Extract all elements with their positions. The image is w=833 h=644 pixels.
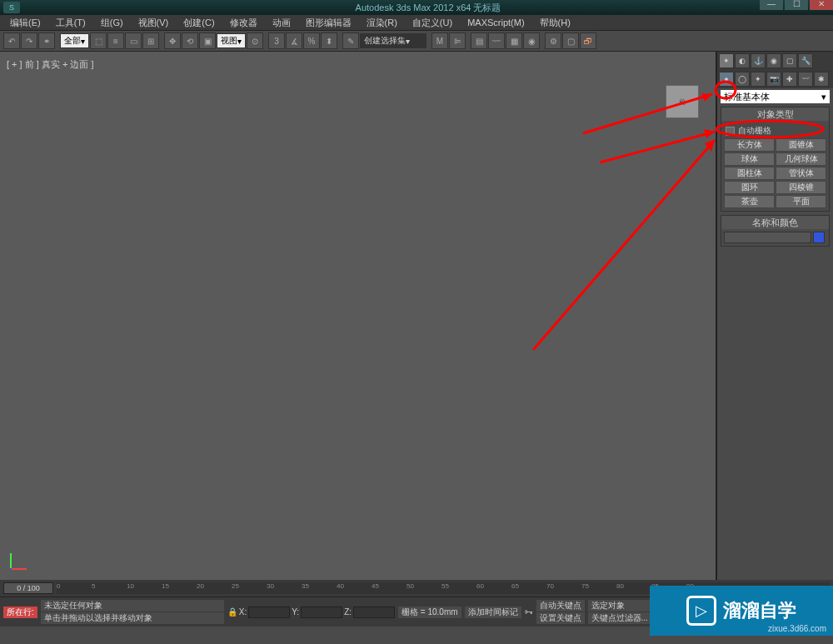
create-tab[interactable]: ✦	[719, 53, 734, 68]
layer-button[interactable]: ▤	[471, 32, 487, 49]
menu-view[interactable]: 视图(V)	[132, 16, 176, 30]
material-editor-button[interactable]: ◉	[523, 32, 540, 49]
x-coord-input[interactable]	[248, 607, 290, 618]
z-label: Z:	[344, 607, 352, 617]
menu-create[interactable]: 创建(C)	[177, 16, 221, 30]
minimize-button[interactable]: —	[760, 0, 783, 10]
scale-button[interactable]: ▣	[199, 32, 216, 49]
selection-filter-dropdown[interactable]: 全部 ▾	[60, 33, 89, 48]
menu-help[interactable]: 帮助(H)	[533, 16, 577, 30]
render-frame-button[interactable]: ▢	[562, 32, 579, 49]
time-tag-button[interactable]: 添加时间标记	[465, 607, 521, 618]
schematic-button[interactable]: ▦	[506, 32, 522, 49]
cone-button[interactable]: 圆锥体	[776, 138, 826, 152]
y-coord-input[interactable]	[301, 607, 342, 618]
percent-snap-button[interactable]: %	[303, 32, 320, 49]
plane-button[interactable]: 平面	[776, 195, 826, 208]
menu-maxscript[interactable]: MAXScript(M)	[461, 17, 531, 28]
systems-subtab[interactable]: ✱	[814, 72, 829, 87]
selection-status: 未选定任何对象	[41, 600, 224, 612]
hierarchy-tab[interactable]: ⚓	[751, 53, 766, 68]
menu-animation[interactable]: 动画	[266, 16, 297, 30]
menu-modifiers[interactable]: 修改器	[223, 16, 264, 30]
main-area: [ + ] 前 ] 真实 + 边面 ] 前 ✦ ◐ ⚓ ◉ ▢ 🔧 ● ◯ ✦ …	[0, 52, 833, 580]
viewport[interactable]: [ + ] 前 ] 真实 + 边面 ] 前	[0, 52, 716, 580]
menu-tools[interactable]: 工具(T)	[49, 16, 92, 30]
name-color-header[interactable]: 名称和颜色	[721, 216, 829, 229]
select-region-button[interactable]: ▭	[125, 32, 142, 49]
selected-obj-dropdown[interactable]: 选定对象	[588, 600, 651, 612]
lock-icon[interactable]: 🔒	[227, 607, 237, 617]
select-name-button[interactable]: ≡	[107, 32, 124, 49]
spacewarps-subtab[interactable]: 〰	[798, 72, 813, 87]
time-tick: 25	[232, 582, 239, 590]
cameras-subtab[interactable]: 📷	[766, 72, 781, 87]
utilities-tab[interactable]: 🔧	[798, 53, 813, 68]
edit-selection-button[interactable]: ✎	[342, 32, 359, 49]
shapes-subtab[interactable]: ◯	[735, 72, 750, 87]
cylinder-button[interactable]: 圆柱体	[724, 167, 775, 180]
geosphere-button[interactable]: 几何球体	[776, 152, 826, 166]
set-key-button[interactable]: 设置关键点	[536, 612, 585, 624]
object-type-header[interactable]: 对象类型	[721, 107, 829, 121]
window-crossing-button[interactable]: ⊞	[142, 32, 159, 49]
teapot-button[interactable]: 茶壶	[724, 195, 775, 208]
menu-graph-editors[interactable]: 图形编辑器	[299, 16, 358, 30]
move-button[interactable]: ✥	[164, 32, 181, 49]
key-filters-button[interactable]: 关键点过滤器...	[588, 612, 651, 624]
ref-coord-dropdown[interactable]: 视图 ▾	[217, 33, 246, 48]
pyramid-button[interactable]: 四棱锥	[776, 181, 826, 194]
geometry-subtab[interactable]: ●	[719, 72, 734, 87]
window-title: Autodesk 3ds Max 2012 x64 无标题	[27, 2, 830, 14]
select-button[interactable]: ⬚	[90, 32, 107, 49]
menu-rendering[interactable]: 渲染(R)	[360, 16, 404, 30]
time-tick: 80	[616, 582, 624, 590]
time-tick: 20	[197, 582, 204, 590]
sphere-button[interactable]: 球体	[724, 152, 775, 166]
align-button[interactable]: ⊫	[449, 32, 466, 49]
autogrid-row[interactable]: 自动栅格	[724, 123, 826, 138]
axis-gizmo-icon	[10, 545, 35, 570]
auto-key-button[interactable]: 自动关键点	[536, 600, 585, 612]
modify-tab[interactable]: ◐	[735, 53, 750, 68]
menu-group[interactable]: 组(G)	[94, 16, 130, 30]
curve-editor-button[interactable]: 〰	[488, 32, 505, 49]
helpers-subtab[interactable]: ✚	[782, 72, 797, 87]
snap-button[interactable]: 3	[268, 32, 285, 49]
torus-button[interactable]: 圆环	[724, 181, 775, 194]
object-type-rollout: 对象类型 自动栅格 长方体 圆锥体 球体 几何球体 圆柱体 管状体 圆环 四棱锥…	[721, 107, 830, 212]
menu-customize[interactable]: 自定义(U)	[406, 16, 459, 30]
y-label: Y:	[292, 607, 299, 617]
rotate-button[interactable]: ⟲	[182, 32, 198, 49]
object-color-swatch[interactable]	[813, 232, 825, 243]
z-coord-input[interactable]	[353, 607, 395, 618]
viewport-label[interactable]: [ + ] 前 ] 真实 + 边面 ]	[7, 58, 94, 71]
render-setup-button[interactable]: ⚙	[545, 32, 561, 49]
autogrid-checkbox[interactable]	[726, 127, 735, 136]
lights-subtab[interactable]: ✦	[751, 72, 766, 87]
prompt-hint: 单击并拖动以选择并移动对象	[41, 612, 224, 624]
mirror-button[interactable]: M	[431, 32, 448, 49]
viewcube[interactable]: 前	[666, 85, 699, 118]
object-name-input[interactable]	[724, 232, 811, 243]
spinner-snap-button[interactable]: ⬍	[321, 32, 337, 49]
link-button[interactable]: ⚭	[38, 32, 55, 49]
named-selection-dropdown[interactable]: 创建选择集 ▾	[360, 33, 426, 48]
maximize-button[interactable]: ☐	[785, 0, 808, 10]
render-button[interactable]: 🗗	[580, 32, 596, 49]
box-button[interactable]: 长方体	[724, 138, 775, 152]
undo-button[interactable]: ↶	[3, 32, 20, 49]
display-tab[interactable]: ▢	[782, 53, 797, 68]
primitive-category-dropdown[interactable]: 标准基本体▾	[721, 90, 830, 103]
close-button[interactable]: ✕	[810, 0, 833, 10]
time-tick: 60	[476, 582, 484, 590]
tube-button[interactable]: 管状体	[776, 167, 826, 180]
motion-tab[interactable]: ◉	[766, 53, 781, 68]
pivot-button[interactable]: ⊙	[247, 32, 263, 49]
time-slider[interactable]: 0 / 100	[3, 582, 53, 594]
key-icon[interactable]: 🗝	[525, 607, 533, 617]
menu-edit[interactable]: 编辑(E)	[3, 16, 47, 30]
redo-button[interactable]: ↷	[21, 32, 37, 49]
angle-snap-button[interactable]: ∡	[286, 32, 302, 49]
watermark-play-icon: ▷	[686, 596, 716, 626]
